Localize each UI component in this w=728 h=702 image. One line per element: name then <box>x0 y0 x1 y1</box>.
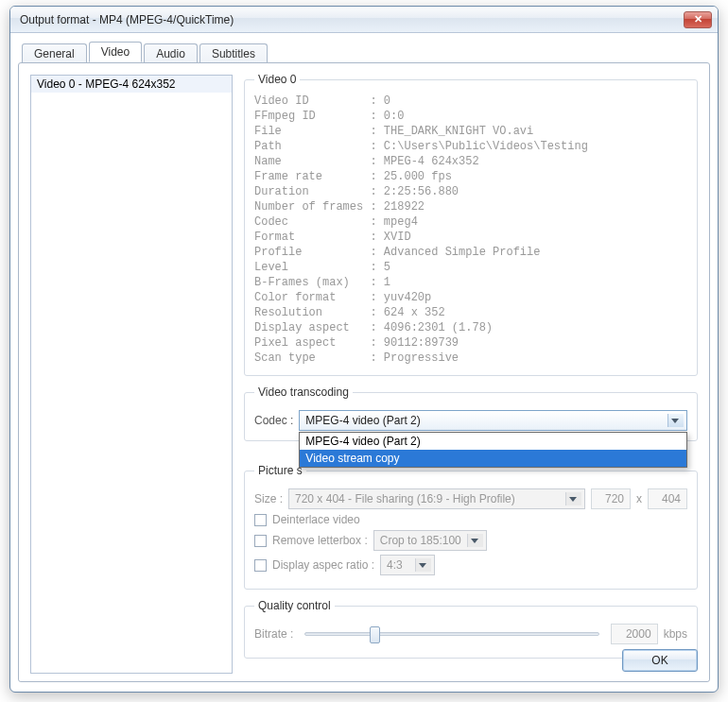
tab-panel-video: Video 0 - MPEG-4 624x352 Video 0 Video I… <box>18 62 710 682</box>
dialog-window: Output format - MP4 (MPEG-4/QuickTime) ✕… <box>9 6 719 693</box>
size-preset-value: 720 x 404 - File sharing (16:9 - High Pr… <box>295 492 515 505</box>
dar-combo: 4:3 <box>380 555 435 575</box>
codec-dropdown[interactable]: MPEG-4 video (Part 2) Video stream copy <box>299 432 687 468</box>
codec-label: Codec : <box>254 414 293 427</box>
dar-combo-value: 4:3 <box>387 558 403 572</box>
size-x-label: x <box>636 492 642 505</box>
bitrate-label: Bitrate : <box>254 627 293 641</box>
size-label: Size : <box>254 492 283 505</box>
chevron-down-icon <box>471 539 478 543</box>
size-width-input: 720 <box>591 488 631 509</box>
group-video0-legend: Video 0 <box>254 73 300 86</box>
chevron-down-icon <box>419 563 426 568</box>
size-height-input: 404 <box>648 488 687 509</box>
codec-option-mpeg4[interactable]: MPEG-4 video (Part 2) <box>300 433 686 450</box>
crop-combo-value: Crop to 185:100 <box>380 534 461 547</box>
ok-button-label: OK <box>651 654 667 667</box>
video0-info: Video ID : 0 FFmpeg ID : 0:0 File : THE_… <box>254 94 687 366</box>
group-video0: Video 0 Video ID : 0 FFmpeg ID : 0:0 Fil… <box>244 73 698 376</box>
bitrate-unit: kbps <box>664 627 687 641</box>
titlebar[interactable]: Output format - MP4 (MPEG-4/QuickTime) ✕ <box>10 7 718 33</box>
bitrate-input: 2000 <box>611 624 658 644</box>
remove-letterbox-label: Remove letterbox : <box>272 534 368 547</box>
size-preset-combo: 720 x 404 - File sharing (16:9 - High Pr… <box>288 488 585 509</box>
tab-audio[interactable]: Audio <box>144 43 198 63</box>
close-icon: ✕ <box>694 13 702 26</box>
display-aspect-checkbox[interactable] <box>254 559 267 572</box>
group-transcoding-legend: Video transcoding <box>254 385 353 399</box>
remove-letterbox-checkbox[interactable] <box>254 535 267 547</box>
chevron-down-icon <box>569 497 577 502</box>
video-stream-list[interactable]: Video 0 - MPEG-4 624x352 <box>30 75 233 674</box>
client-area: General Video Audio Subtitles Video 0 - … <box>18 41 710 682</box>
chevron-down-icon <box>671 419 679 423</box>
group-picture: Picture s Size : 720 x 404 - File sharin… <box>244 464 698 590</box>
ok-button[interactable]: OK <box>622 649 698 672</box>
codec-combo[interactable]: MPEG-4 video (Part 2) <box>299 410 687 431</box>
tab-video[interactable]: Video <box>89 42 142 62</box>
group-quality-legend: Quality control <box>254 599 335 612</box>
tab-subtitles[interactable]: Subtitles <box>199 43 268 63</box>
codec-combo-value: MPEG-4 video (Part 2) <box>305 414 420 427</box>
tab-general[interactable]: General <box>22 43 87 63</box>
bitrate-slider-thumb[interactable] <box>370 626 380 643</box>
deinterlace-checkbox[interactable] <box>254 514 267 526</box>
display-aspect-label: Display aspec ratio : <box>272 558 374 572</box>
bitrate-slider[interactable] <box>304 632 598 636</box>
crop-combo: Crop to 185:100 <box>373 530 487 551</box>
codec-option-streamcopy[interactable]: Video stream copy <box>300 450 686 467</box>
close-button[interactable]: ✕ <box>684 11 712 28</box>
deinterlace-label: Deinterlace video <box>272 513 360 526</box>
window-title: Output format - MP4 (MPEG-4/QuickTime) <box>20 13 684 26</box>
list-item[interactable]: Video 0 - MPEG-4 624x352 <box>31 76 232 93</box>
right-pane: Video 0 Video ID : 0 FFmpeg ID : 0:0 Fil… <box>244 73 698 668</box>
tab-strip: General Video Audio Subtitles <box>18 41 710 62</box>
group-transcoding: Video transcoding Codec : MPEG-4 video (… <box>244 385 698 441</box>
